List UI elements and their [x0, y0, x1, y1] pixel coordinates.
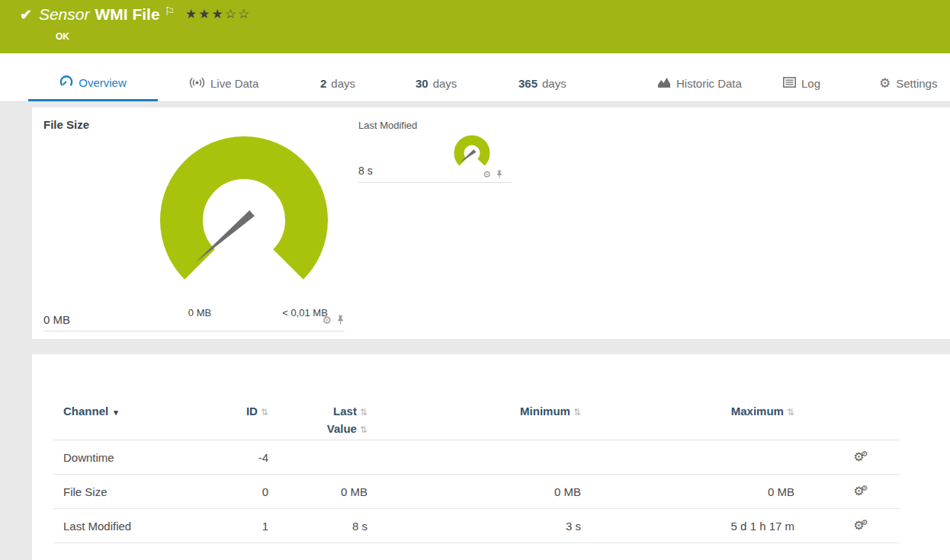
sensor-header: ✔ SensorWMI File ⚐ ★★★☆☆ OK [0, 0, 950, 53]
table-row[interactable]: Last Modified 1 8 s 3 s 5 d 1 h 17 m ⚙⚙ [53, 509, 900, 543]
tab-number: 30 [416, 77, 428, 90]
sort-icon[interactable]: ⇅ [360, 407, 367, 418]
file-size-gauge-footer: 0 MB ⚙ [43, 309, 345, 331]
tab-unit: days [433, 77, 457, 90]
cell-last-value: 8 s [276, 520, 375, 533]
gauge-title: File Size [43, 118, 89, 131]
table-row[interactable]: File Size 0 0 MB 0 MB 0 MB ⚙⚙ [53, 475, 900, 509]
column-header-id[interactable]: ID⇅ [223, 403, 276, 421]
channel-settings-gear-icon[interactable]: ⚙⚙ [853, 451, 871, 463]
tab-label: Live Data [210, 77, 258, 90]
tab-unit: days [542, 77, 566, 90]
gear-icon[interactable]: ⚙ [322, 315, 332, 325]
channel-settings-gear-icon[interactable]: ⚙⚙ [853, 485, 871, 498]
pin-icon[interactable] [496, 170, 503, 179]
cell-maximum: 5 d 1 h 17 m [589, 520, 802, 533]
cell-id: 0 [223, 485, 276, 498]
broadcast-icon [189, 77, 205, 91]
sort-icon[interactable]: ⇅ [261, 407, 268, 418]
sort-desc-icon[interactable]: ▾ [114, 408, 118, 417]
tab-number: 2 [320, 77, 326, 90]
sort-icon[interactable]: ⇅ [787, 407, 794, 418]
cell-minimum: 3 s [375, 520, 589, 533]
last-modified-body: 8 s ⚙ [358, 133, 511, 183]
gear-icon[interactable]: ⚙ [483, 170, 491, 179]
overview-gauge-icon [59, 75, 73, 90]
sensor-type-label: Sensor [39, 5, 90, 23]
cell-channel: Downtime [53, 451, 223, 464]
sensor-name: WMI File [95, 5, 159, 23]
log-icon [783, 77, 796, 90]
tab-log[interactable]: Log [783, 66, 820, 101]
star-rating[interactable]: ★★★☆☆ [185, 6, 251, 22]
pin-icon[interactable] [336, 315, 345, 325]
tab-2-days[interactable]: 2 days [320, 66, 355, 101]
channels-table: Channel▾ ID⇅ Last⇅ Value⇅ Minimum⇅ Maxim… [53, 354, 900, 543]
cell-id: -4 [223, 451, 276, 464]
channels-table-card: Channel▾ ID⇅ Last⇅ Value⇅ Minimum⇅ Maxim… [32, 354, 950, 560]
column-header-maximum[interactable]: Maximum⇅ [589, 403, 802, 421]
tab-unit: days [331, 77, 355, 90]
tab-label: Settings [896, 77, 937, 90]
cell-id: 1 [223, 520, 276, 533]
stars-empty[interactable]: ☆☆ [225, 7, 251, 21]
cell-channel: File Size [53, 485, 223, 498]
gauges-card: File Size 0 MB < 0,01 MB 0 MB ⚙ Last Mod… [32, 107, 950, 339]
cell-minimum: 0 MB [375, 485, 589, 498]
sensor-header-row: ✔ SensorWMI File ⚐ ★★★☆☆ [20, 5, 251, 24]
column-header-channel[interactable]: Channel▾ [53, 403, 223, 421]
widget-value: 8 s [358, 165, 373, 177]
table-header-row: Channel▾ ID⇅ Last⇅ Value⇅ Minimum⇅ Maxim… [53, 389, 900, 440]
tab-label: Overview [79, 76, 127, 89]
cell-last-value: 0 MB [276, 485, 375, 498]
tab-label: Log [801, 77, 820, 90]
flag-icon[interactable]: ⚐ [165, 5, 175, 18]
area-chart-icon [657, 77, 671, 91]
stars-filled[interactable]: ★★★ [185, 7, 225, 21]
status-badge: OK [56, 31, 69, 42]
cell-channel: Last Modified [53, 520, 223, 533]
tab-30-days[interactable]: 30 days [416, 66, 457, 101]
sensor-title: SensorWMI File [39, 5, 160, 24]
sensor-page: ✔ SensorWMI File ⚐ ★★★☆☆ OK Overview [0, 0, 950, 560]
gauge-value: 0 MB [43, 313, 70, 326]
sort-icon[interactable]: ⇅ [360, 424, 367, 435]
tab-number: 365 [518, 77, 538, 90]
sort-icon[interactable]: ⇅ [573, 407, 581, 418]
tab-label: Historic Data [676, 77, 742, 90]
status-check-icon: ✔ [20, 6, 32, 24]
widget-title: Last Modified [358, 120, 511, 131]
tab-live-data[interactable]: Live Data [189, 66, 258, 101]
table-row[interactable]: Downtime -4 ⚙⚙ [53, 440, 900, 475]
tab-bar: Overview Live Data 2 days 30 days [0, 53, 950, 102]
tab-historic-data[interactable]: Historic Data [657, 66, 742, 101]
tab-365-days[interactable]: 365 days [518, 66, 566, 101]
last-modified-widget: Last Modified 8 s ⚙ [358, 120, 511, 183]
gear-icon: ⚙ [879, 77, 891, 90]
file-size-gauge [152, 135, 335, 306]
channel-settings-gear-icon[interactable]: ⚙⚙ [853, 520, 871, 532]
column-header-last-value[interactable]: Last⇅ Value⇅ [276, 403, 375, 438]
tab-overview[interactable]: Overview [28, 66, 158, 101]
tab-settings[interactable]: ⚙ Settings [879, 66, 937, 101]
column-header-minimum[interactable]: Minimum⇅ [375, 403, 589, 421]
cell-maximum: 0 MB [589, 485, 802, 498]
